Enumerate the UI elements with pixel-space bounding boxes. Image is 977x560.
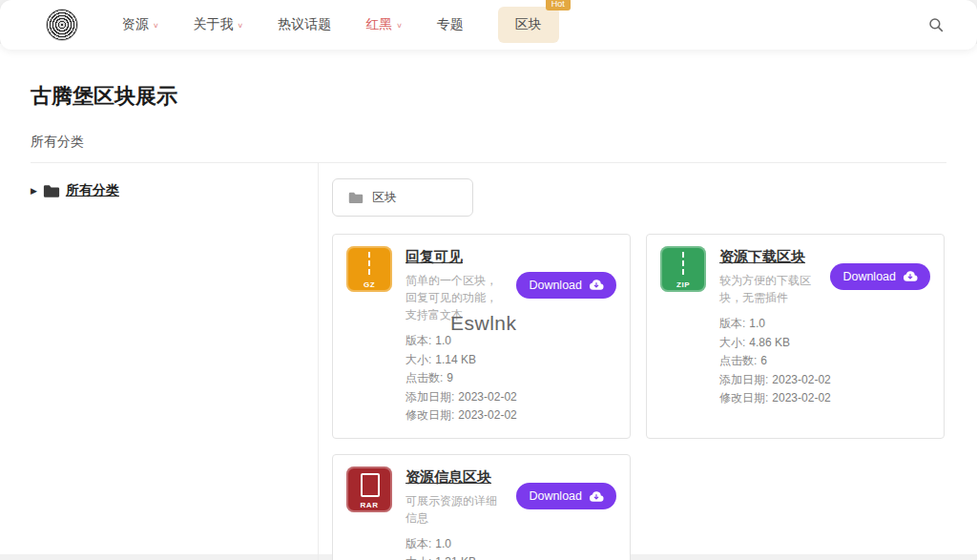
download-label: Download <box>842 270 896 283</box>
chevron-down-icon: ∨ <box>238 22 244 30</box>
card-title-link[interactable]: 资源信息区块 <box>405 468 503 487</box>
chevron-down-icon: ∨ <box>396 22 403 30</box>
card-meta: 版本:1.0 大小:4.86 KB 点击数:6 添加日期:2023-02-02 … <box>719 316 930 406</box>
card-meta: 版本:1.0 大小:1.31 KB 点击数:0 添加日期:2023-02-03 … <box>405 536 616 560</box>
chevron-down-icon: ∨ <box>153 22 159 30</box>
nav-item-hot-topics[interactable]: 热议话题 <box>278 16 331 33</box>
category-subtitle: 所有分类 <box>31 134 946 151</box>
category-chip-label: 区块 <box>372 189 397 206</box>
file-ext-label: ZIP <box>676 280 690 289</box>
folder-icon <box>348 191 364 204</box>
cloud-download-icon <box>589 279 604 291</box>
folder-icon <box>43 183 60 198</box>
block-card: GZ 回复可见 简单的一个区块，回复可见的功能，支持富文本 Download 版… <box>332 234 631 439</box>
page-title: 古腾堡区块展示 <box>31 82 946 111</box>
nav-item-resources[interactable]: 资源 ∨ <box>122 16 159 33</box>
main-nav: 资源 ∨ 关于我 ∨ 热议话题 红黑 ∨ 专题 区块 Hot <box>122 7 922 43</box>
card-title-link[interactable]: 资源下载区块 <box>719 248 817 266</box>
file-ext-label: GZ <box>364 280 375 289</box>
zip-file-icon: ZIP <box>660 246 706 292</box>
top-nav: 资源 ∨ 关于我 ∨ 热议话题 红黑 ∨ 专题 区块 Hot <box>0 0 977 50</box>
hot-badge: Hot <box>546 0 571 10</box>
download-button[interactable]: Download <box>516 272 616 299</box>
gz-file-icon: GZ <box>346 246 392 292</box>
block-card: ZIP 资源下载区块 较为方便的下载区块，无需插件 Download 版本:1.… <box>646 234 945 439</box>
site-logo[interactable] <box>46 9 78 41</box>
download-button[interactable]: Download <box>516 483 616 509</box>
tree-item-all-categories[interactable]: ▶ 所有分类 <box>31 182 119 199</box>
nav-label: 关于我 <box>194 16 234 33</box>
nav-label: 资源 <box>122 16 149 33</box>
category-chip-blocks[interactable]: 区块 <box>332 178 473 217</box>
tree-item-label: 所有分类 <box>66 182 119 199</box>
nav-label: 区块 <box>515 16 542 33</box>
cloud-download-icon <box>903 270 918 282</box>
nav-item-blocks[interactable]: 区块 Hot <box>498 7 559 43</box>
download-label: Download <box>529 279 582 292</box>
watermark: Eswlnk <box>450 312 517 335</box>
cloud-download-icon <box>589 490 604 503</box>
nav-label: 红黑 <box>365 16 392 33</box>
card-description: 较为方便的下载区块，无需插件 <box>719 272 817 306</box>
caret-right-icon: ▶ <box>31 186 37 196</box>
nav-item-about[interactable]: 关于我 ∨ <box>194 16 244 33</box>
card-meta: 版本:1.0 大小:1.14 KB 点击数:9 添加日期:2023-02-02 … <box>405 333 616 424</box>
category-sidebar: ▶ 所有分类 <box>31 163 319 560</box>
nav-label: 专题 <box>437 16 464 33</box>
nav-item-redblack[interactable]: 红黑 ∨ <box>365 16 403 33</box>
card-title-link[interactable]: 回复可见 <box>405 248 503 266</box>
search-icon[interactable] <box>922 10 950 39</box>
nav-label: 热议话题 <box>278 16 331 33</box>
blocks-content: 区块 GZ 回复可见 简单的一个区块，回复可见的功能，支持富文本 D <box>319 163 946 560</box>
rar-file-icon: RAR <box>346 467 392 512</box>
block-card: RAR 资源信息区块 可展示资源的详细信息 Download 版本:1.0 <box>332 454 631 560</box>
page-body: 古腾堡区块展示 所有分类 ▶ 所有分类 区块 <box>0 44 977 554</box>
nav-item-topics[interactable]: 专题 <box>437 16 464 33</box>
card-description: 可展示资源的详细信息 <box>405 492 503 527</box>
download-button[interactable]: Download <box>830 263 930 290</box>
file-ext-label: RAR <box>361 501 379 509</box>
block-cards-grid: GZ 回复可见 简单的一个区块，回复可见的功能，支持富文本 Download 版… <box>332 234 946 560</box>
download-label: Download <box>529 489 582 503</box>
